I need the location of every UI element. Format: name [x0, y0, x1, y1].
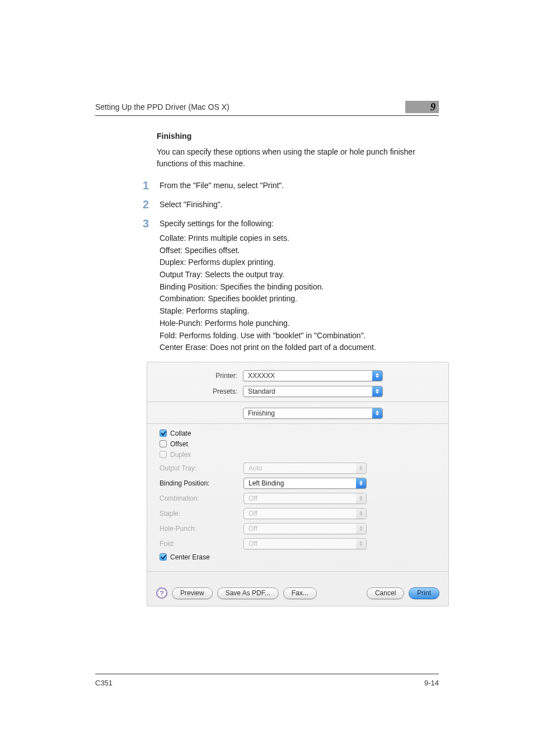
chapter-badge: 9 [405, 101, 439, 113]
binding-position-value: Left Binding [244, 479, 356, 487]
footer-left: C351 [95, 679, 113, 687]
sublist-item: Hole-Punch: Performs hole punching. [160, 318, 439, 330]
offset-checkbox[interactable] [160, 440, 167, 447]
center-erase-checkbox[interactable] [160, 553, 167, 561]
print-button[interactable]: Print [409, 587, 439, 599]
sublist-item: Collate: Prints multiple copies in sets. [160, 232, 439, 245]
section-title: Finishing [157, 132, 439, 141]
presets-select[interactable]: Standard [243, 386, 383, 397]
duplex-row: Duplex [160, 451, 439, 459]
sublist-item: Staple: Performs stapling. [160, 305, 439, 318]
step-number: 1 [143, 180, 160, 191]
step-text: From the "File" menu, select "Print". [160, 180, 439, 191]
duplex-checkbox [160, 451, 167, 458]
dialog-separator [147, 402, 448, 402]
hole-punch-select: Off [243, 523, 367, 534]
preview-button[interactable]: Preview [172, 587, 213, 599]
staple-select: Off [243, 508, 367, 519]
fold-select: Off [243, 538, 367, 549]
staple-label: Staple: [160, 510, 243, 517]
sublist-item: Combination: Specifies booklet printing. [160, 293, 439, 305]
collate-label: Collate [170, 430, 191, 437]
staple-row: Staple: Off [160, 508, 439, 519]
binding-position-label: Binding Position: [160, 479, 243, 487]
select-arrow-icon [356, 508, 366, 519]
binding-position-select[interactable]: Left Binding [243, 478, 367, 489]
step-3-lead: Specify settings for the following: [160, 219, 274, 228]
sublist-item: Offset: Specifies offset. [160, 245, 439, 257]
sublist-item: Output Tray: Selects the output tray. [160, 269, 439, 281]
sublist-item: Fold: Performs folding. Use with "bookle… [160, 330, 439, 342]
collate-checkbox[interactable] [160, 430, 167, 437]
step-text: Select "Finishing". [160, 199, 439, 210]
dialog-separator [147, 423, 448, 424]
sublist: Collate: Prints multiple copies in sets.… [160, 232, 439, 354]
printer-value: XXXXXX [243, 372, 372, 380]
select-arrow-icon [372, 408, 382, 418]
panel-value: Finishing [243, 409, 372, 417]
select-arrow-icon [356, 463, 366, 473]
header-rule [95, 115, 439, 116]
output-tray-row: Output Tray: Auto [160, 463, 439, 474]
select-arrow-icon [356, 493, 366, 503]
step-2: 2 Select "Finishing". [143, 199, 439, 210]
select-arrow-icon [372, 371, 382, 381]
chapter-number: 9 [430, 101, 435, 113]
panel-select[interactable]: Finishing [243, 408, 383, 419]
binding-position-row: Binding Position: Left Binding [160, 478, 439, 489]
sublist-item: Binding Position: Specifies the binding … [160, 281, 439, 293]
hole-punch-row: Hole-Punch: Off [160, 523, 439, 534]
header-title: Setting Up the PPD Driver (Mac OS X) [95, 102, 405, 111]
center-erase-label: Center Erase [170, 553, 210, 561]
printer-label: Printer: [156, 372, 243, 380]
combination-row: Combination: Off [160, 493, 439, 504]
fold-row: Fold: Off [160, 538, 439, 549]
output-tray-label: Output Tray: [160, 464, 243, 472]
presets-label: Presets: [156, 388, 243, 395]
step-number: 2 [143, 199, 160, 210]
step-1: 1 From the "File" menu, select "Print". [143, 180, 439, 191]
printer-select[interactable]: XXXXXX [243, 370, 383, 381]
step-3: 3 Specify settings for the following: Co… [143, 218, 439, 354]
presets-value: Standard [243, 388, 372, 395]
combination-select: Off [243, 493, 367, 504]
save-as-pdf-button[interactable]: Save As PDF... [217, 587, 279, 599]
select-arrow-icon [356, 539, 366, 549]
duplex-label: Duplex [170, 451, 191, 459]
output-tray-select: Auto [243, 463, 367, 474]
combination-value: Off [244, 494, 356, 502]
collate-row: Collate [160, 430, 439, 437]
step-text: Specify settings for the following: Coll… [160, 218, 439, 354]
staple-value: Off [244, 510, 356, 517]
offset-label: Offset [170, 440, 188, 448]
sublist-item: Center Erase: Does not print on the fold… [160, 342, 439, 354]
help-button[interactable]: ? [156, 587, 167, 599]
select-arrow-icon [356, 524, 366, 534]
select-arrow-icon [356, 478, 366, 488]
fold-value: Off [244, 540, 356, 548]
sublist-item: Duplex: Performs duplex printing. [160, 256, 439, 269]
print-dialog: Printer: XXXXXX Presets: Standard Finish… [147, 362, 449, 606]
step-number: 3 [143, 218, 160, 354]
offset-row: Offset [160, 440, 439, 448]
cancel-button[interactable]: Cancel [367, 587, 404, 599]
select-arrow-icon [372, 386, 382, 396]
fold-label: Fold: [160, 540, 243, 548]
hole-punch-label: Hole-Punch: [160, 525, 243, 533]
footer-right: 9-14 [424, 679, 439, 687]
combination-label: Combination: [160, 494, 243, 502]
fax-button[interactable]: Fax... [283, 587, 317, 599]
hole-punch-value: Off [244, 525, 356, 533]
center-erase-row: Center Erase [160, 553, 439, 561]
output-tray-value: Auto [244, 464, 356, 472]
section-intro: You can specify these options when using… [157, 146, 439, 170]
dialog-separator [147, 571, 448, 572]
